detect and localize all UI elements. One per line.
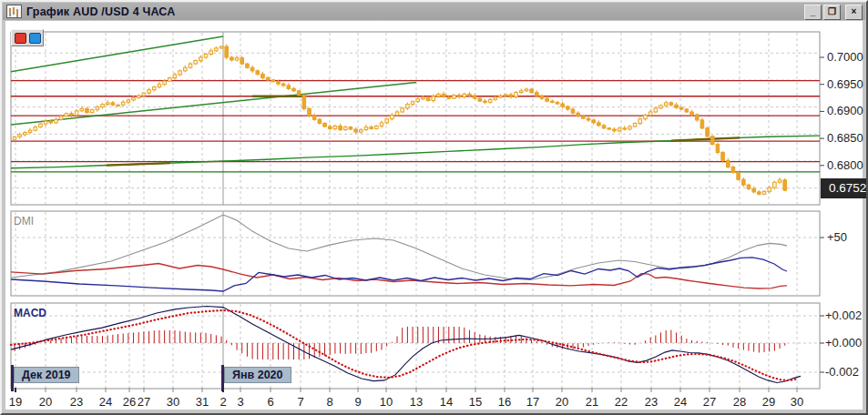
macd-panel-label: MACD bbox=[14, 307, 46, 319]
x-axis-label: 28 bbox=[733, 395, 746, 409]
x-axis-label: 20 bbox=[39, 395, 52, 409]
macd-axis-label: +0.002 bbox=[825, 309, 862, 322]
x-axis-label: 8 bbox=[326, 395, 332, 409]
x-axis-label: 10 bbox=[380, 395, 393, 409]
x-axis-label: 26 bbox=[123, 395, 136, 409]
chart-window: График AUD /USD 4 ЧАСА _ ❐ × DMI MACD Де… bbox=[0, 0, 868, 415]
x-axis-label: 29 bbox=[762, 395, 775, 409]
current-price-badge: 0.6752 bbox=[821, 178, 866, 198]
price-axis-label: 0.6800 bbox=[827, 158, 863, 172]
x-axis-label: 30 bbox=[791, 395, 803, 409]
x-axis-label: 2 bbox=[220, 395, 226, 409]
x-axis-label: 6 bbox=[267, 395, 273, 409]
blue-style-button[interactable] bbox=[29, 33, 41, 44]
x-axis-label: 16 bbox=[498, 395, 511, 409]
x-axis-label: 27 bbox=[703, 395, 716, 409]
x-axis-label: 19 bbox=[9, 395, 22, 409]
macd-axis-label: +0.000 bbox=[825, 336, 862, 349]
x-axis-label: 27 bbox=[138, 395, 150, 409]
x-axis-label: 15 bbox=[469, 395, 482, 409]
price-axis-label: 0.6950 bbox=[827, 77, 863, 91]
x-axis-label: 20 bbox=[556, 395, 568, 409]
month-badge-dec: Дек 2019 bbox=[14, 367, 79, 383]
x-axis-label: 31 bbox=[196, 395, 209, 409]
x-axis-label: 24 bbox=[99, 395, 112, 409]
x-axis-label: 23 bbox=[645, 395, 658, 409]
chart-canvas[interactable] bbox=[2, 2, 868, 415]
x-axis-label: 24 bbox=[674, 395, 687, 409]
x-axis-label: 13 bbox=[410, 395, 423, 409]
dmi-panel-label: DMI bbox=[14, 215, 34, 228]
x-axis-label: 7 bbox=[297, 395, 303, 409]
x-axis-label: 9 bbox=[354, 395, 361, 409]
x-axis-label: 30 bbox=[167, 395, 179, 409]
price-axis-label: 0.6900 bbox=[827, 104, 863, 117]
dmi-axis-label: +50 bbox=[827, 230, 847, 244]
red-style-button[interactable] bbox=[15, 33, 26, 44]
x-axis-label: 21 bbox=[586, 395, 598, 409]
price-axis-label: 0.6850 bbox=[827, 131, 863, 145]
candle-style-toolbar bbox=[11, 29, 44, 46]
price-axis-label: 0.7000 bbox=[827, 50, 863, 64]
x-axis-label: 3 bbox=[237, 395, 243, 409]
macd-axis-label: -0.002 bbox=[825, 365, 859, 379]
month-badge-jan: Янв 2020 bbox=[224, 367, 291, 383]
x-axis-label: 17 bbox=[526, 395, 539, 409]
x-axis-label: 22 bbox=[615, 395, 628, 409]
x-axis-label: 14 bbox=[440, 395, 453, 409]
x-axis-label: 23 bbox=[70, 395, 83, 409]
